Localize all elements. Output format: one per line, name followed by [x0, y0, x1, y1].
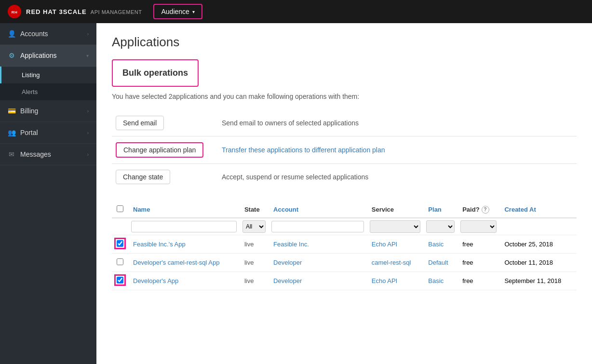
- chevron-right-icon-portal: ›: [87, 130, 89, 135]
- table-row: Feasible Inc.'s AppliveFeasible Inc.Echo…: [112, 235, 577, 254]
- app-service-link[interactable]: Echo API: [372, 277, 397, 284]
- sidebar-label-billing: Billing: [20, 107, 38, 115]
- filter-plan-select[interactable]: [426, 220, 455, 233]
- app-state: live: [240, 272, 269, 290]
- paid-help-icon[interactable]: ?: [482, 206, 489, 214]
- app-account-link[interactable]: Developer: [273, 277, 302, 284]
- bulk-operations-description: You have selected 2applications and you …: [112, 93, 577, 100]
- sidebar-item-billing[interactable]: 💳 Billing ›: [0, 100, 96, 122]
- operation-row-send-email: Send email Send email to owners of selec…: [112, 110, 577, 136]
- row-checkbox-2[interactable]: [117, 258, 123, 265]
- main-layout: 👤 Accounts › ⚙ Applications ▾ Listing Al…: [0, 23, 592, 364]
- select-all-checkbox[interactable]: [117, 205, 123, 212]
- chevron-down-icon: ▾: [192, 9, 195, 14]
- app-service-link[interactable]: camel-rest-sql: [372, 259, 411, 266]
- app-plan-link[interactable]: Default: [428, 259, 448, 266]
- col-header-created-at[interactable]: Created At: [499, 202, 577, 218]
- applications-table: Name State Account Service Plan: [112, 202, 577, 290]
- sidebar-sub-applications: Listing Alerts: [0, 67, 96, 100]
- chevron-down-icon-apps: ▾: [86, 53, 89, 58]
- app-paid: free: [457, 254, 499, 272]
- col-header-paid[interactable]: Paid? ?: [457, 202, 499, 218]
- sidebar-item-messages[interactable]: ✉ Messages ›: [0, 144, 96, 165]
- table-header-row: Name State Account Service Plan: [112, 202, 577, 218]
- change-app-plan-description: Transfer these applications to different…: [218, 136, 577, 164]
- app-created-at: September 11, 2018: [499, 272, 577, 290]
- main-content: Applications Bulk operations You have se…: [96, 23, 592, 364]
- app-plan-link[interactable]: Basic: [428, 241, 444, 248]
- brand: RH RED HAT 3SCALE API MANAGEMENT: [8, 5, 142, 18]
- filter-account-input[interactable]: [271, 221, 364, 232]
- chevron-right-icon-messages: ›: [87, 152, 89, 157]
- col-header-account[interactable]: Account: [269, 202, 367, 218]
- col-header-plan[interactable]: Plan: [423, 202, 457, 218]
- app-plan-link[interactable]: Basic: [428, 277, 444, 284]
- change-state-button[interactable]: Change state: [116, 170, 170, 184]
- app-service-link[interactable]: Echo API: [372, 241, 397, 248]
- app-created-at: October 25, 2018: [499, 235, 577, 254]
- col-header-name[interactable]: Name: [128, 202, 240, 218]
- sidebar-item-applications[interactable]: ⚙ Applications ▾: [0, 45, 96, 67]
- audience-button[interactable]: Audience ▾: [153, 4, 202, 19]
- top-nav: RH RED HAT 3SCALE API MANAGEMENT Audienc…: [0, 0, 592, 23]
- sidebar-label-portal: Portal: [20, 129, 38, 136]
- sidebar-sub-item-listing[interactable]: Listing: [0, 67, 96, 83]
- col-header-state[interactable]: State: [240, 202, 269, 218]
- svg-text:RH: RH: [12, 10, 18, 14]
- filter-state-select[interactable]: All: [242, 220, 266, 233]
- operation-row-change-state: Change state Accept, suspend or resume s…: [112, 164, 577, 190]
- change-application-plan-button[interactable]: Change application plan: [116, 142, 203, 158]
- chevron-right-icon-billing: ›: [87, 108, 89, 114]
- select-all-header[interactable]: [112, 202, 128, 218]
- send-email-button[interactable]: Send email: [116, 116, 164, 130]
- sidebar-item-portal[interactable]: 👥 Portal ›: [0, 122, 96, 144]
- app-name-link[interactable]: Developer's App: [133, 277, 178, 284]
- portal-icon: 👥: [8, 129, 15, 136]
- app-paid: free: [457, 235, 499, 254]
- sidebar: 👤 Accounts › ⚙ Applications ▾ Listing Al…: [0, 23, 96, 364]
- row-checkbox-1[interactable]: [117, 240, 123, 247]
- col-header-service[interactable]: Service: [367, 202, 424, 218]
- app-name-link[interactable]: Developer's camel-rest-sql App: [133, 259, 220, 266]
- sidebar-sub-item-alerts[interactable]: Alerts: [0, 83, 96, 100]
- app-paid: free: [457, 272, 499, 290]
- applications-icon: ⚙: [8, 52, 15, 59]
- sidebar-item-accounts[interactable]: 👤 Accounts ›: [0, 23, 96, 45]
- brand-logo: RH: [8, 5, 21, 18]
- operation-row-change-app-plan: Change application plan Transfer these a…: [112, 136, 577, 164]
- table-row: Developer's camel-rest-sql AppliveDevelo…: [112, 254, 577, 272]
- row-checkbox-3[interactable]: [117, 277, 123, 283]
- accounts-icon: 👤: [8, 30, 15, 38]
- table-filter-row: All: [112, 218, 577, 235]
- app-created-at: October 11, 2018: [499, 254, 577, 272]
- table-row: Developer's AppliveDeveloperEcho APIBasi…: [112, 272, 577, 290]
- sidebar-label-messages: Messages: [20, 150, 51, 158]
- app-state: live: [240, 235, 269, 254]
- brand-name: RED HAT 3SCALE API MANAGEMENT: [26, 8, 142, 15]
- filter-service-select[interactable]: [370, 220, 421, 233]
- send-email-description: Send email to owners of selected applica…: [218, 110, 577, 136]
- table-body: Feasible Inc.'s AppliveFeasible Inc.Echo…: [112, 235, 577, 290]
- billing-icon: 💳: [8, 107, 15, 115]
- app-account-link[interactable]: Feasible Inc.: [273, 241, 309, 248]
- change-state-description: Accept, suspend or resume selected appli…: [218, 164, 577, 190]
- messages-icon: ✉: [8, 150, 15, 158]
- filter-name-input[interactable]: [131, 221, 237, 232]
- app-state: live: [240, 254, 269, 272]
- bulk-operations-title: Bulk operations: [122, 68, 188, 78]
- operations-table: Send email Send email to owners of selec…: [112, 110, 577, 190]
- filter-paid-select[interactable]: [460, 220, 497, 233]
- bulk-operations-box: Bulk operations: [112, 59, 199, 87]
- sidebar-label-accounts: Accounts: [20, 30, 48, 38]
- app-name-link[interactable]: Feasible Inc.'s App: [133, 241, 186, 248]
- sidebar-label-applications: Applications: [20, 52, 57, 59]
- app-account-link[interactable]: Developer: [273, 259, 302, 266]
- page-title: Applications: [112, 35, 577, 50]
- chevron-right-icon: ›: [87, 31, 89, 37]
